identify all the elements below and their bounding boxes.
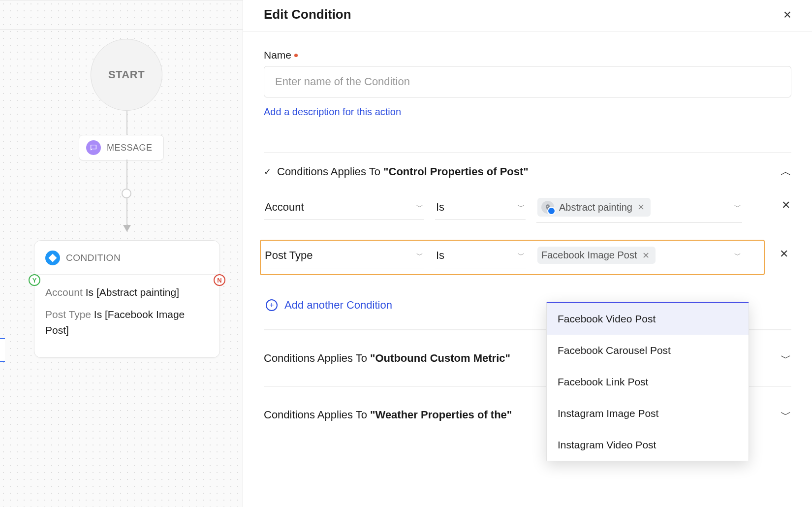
condition-row: Account ﹀ Is ﹀ Abstract painting <box>264 194 764 223</box>
section-title: Conditions Applies To "Weather Propertie… <box>264 409 512 421</box>
check-icon: ✓ <box>264 166 271 177</box>
condition-header: CONDITION <box>34 241 219 275</box>
section-header[interactable]: ✓ Conditions Applies To "Control Propert… <box>264 164 791 179</box>
connector <box>126 111 127 135</box>
chevron-down-icon: ﹀ <box>518 203 525 212</box>
dropdown-option[interactable]: Instagram Image Post <box>547 398 749 429</box>
field-value: Post Type <box>265 249 312 262</box>
chevron-up-icon: ︿ <box>781 164 791 179</box>
condition-icon <box>45 251 60 265</box>
operator-value: Is <box>436 249 444 262</box>
condition-body: Account Is [Abstract painting] Post Type… <box>34 275 219 357</box>
required-indicator <box>294 54 298 57</box>
remove-condition-button[interactable]: ✕ <box>781 199 790 212</box>
yes-badge[interactable]: Y <box>29 274 40 286</box>
value-select[interactable]: Abstract painting ✕ ﹀ <box>536 194 742 223</box>
canvas-edge-node[interactable] <box>0 338 5 362</box>
field-select[interactable]: Post Type ﹀ <box>264 245 424 268</box>
account-avatar-icon <box>541 201 554 214</box>
message-icon <box>86 140 101 155</box>
condition-name-input[interactable] <box>264 66 791 97</box>
workflow-canvas[interactable]: START MESSAGE CONDITION Account Is [Abst… <box>0 0 243 507</box>
chevron-down-icon: ﹀ <box>416 251 423 260</box>
message-label: MESSAGE <box>107 143 153 153</box>
chevron-down-icon: ﹀ <box>781 351 791 366</box>
value-chip: Facebook Image Post ✕ <box>537 247 656 264</box>
operator-select[interactable]: Is ﹀ <box>435 245 526 268</box>
operator-value: Is <box>436 201 444 214</box>
chevron-down-icon: ﹀ <box>734 251 741 260</box>
remove-condition-button[interactable]: ✕ <box>780 248 788 260</box>
chevron-down-icon: ﹀ <box>518 251 525 260</box>
dropdown-option[interactable]: Facebook Video Post <box>547 303 749 335</box>
chip-remove-icon[interactable]: ✕ <box>642 250 650 261</box>
flow-handle[interactable] <box>122 189 131 198</box>
chip-remove-icon[interactable]: ✕ <box>637 202 645 213</box>
dropdown-option[interactable]: Facebook Carousel Post <box>547 335 749 366</box>
no-badge[interactable]: N <box>214 274 225 286</box>
add-condition-label: Add another Condition <box>284 299 392 312</box>
add-description-link[interactable]: Add a description for this action <box>264 106 401 118</box>
condition-summary-line: Post Type Is [Facebook Image Post] <box>45 307 209 339</box>
name-label: Name <box>264 49 791 61</box>
condition-row: Post Type ﹀ Is ﹀ Facebook Image Post ✕ ﹀ <box>261 241 764 274</box>
canvas-divider <box>0 29 243 30</box>
dropdown-option[interactable]: Instagram Video Post <box>547 429 749 461</box>
chevron-down-icon: ﹀ <box>734 203 741 212</box>
section-title: Conditions Applies To "Control Propertie… <box>277 165 529 178</box>
operator-select[interactable]: Is ﹀ <box>435 197 526 220</box>
chip-label: Facebook Image Post <box>541 250 637 261</box>
chevron-down-icon: ﹀ <box>781 408 791 422</box>
field-select[interactable]: Account ﹀ <box>264 197 424 220</box>
value-select[interactable]: Facebook Image Post ✕ ﹀ <box>536 243 742 270</box>
start-label: START <box>108 68 145 81</box>
close-button[interactable]: × <box>783 8 791 22</box>
start-node[interactable]: START <box>91 39 162 111</box>
post-type-dropdown[interactable]: Facebook Video Post Facebook Carousel Po… <box>546 302 749 461</box>
chevron-down-icon: ﹀ <box>416 203 423 212</box>
chip-label: Abstract painting <box>559 202 632 213</box>
condition-title: CONDITION <box>66 253 121 263</box>
condition-node[interactable]: CONDITION Account Is [Abstract painting]… <box>34 240 220 358</box>
panel-header: Edit Condition × <box>243 0 812 32</box>
section-title: Conditions Applies To "Outbound Custom M… <box>264 352 510 365</box>
value-chip: Abstract painting ✕ <box>537 198 651 217</box>
connector <box>126 159 127 189</box>
arrow-down-icon <box>123 225 131 232</box>
dropdown-option[interactable]: Facebook Link Post <box>547 366 749 398</box>
message-node[interactable]: MESSAGE <box>79 135 164 160</box>
panel-title: Edit Condition <box>264 7 351 22</box>
field-value: Account <box>265 201 304 214</box>
connector <box>126 198 127 226</box>
plus-icon: + <box>266 299 278 311</box>
condition-summary-line: Account Is [Abstract painting] <box>45 285 209 301</box>
